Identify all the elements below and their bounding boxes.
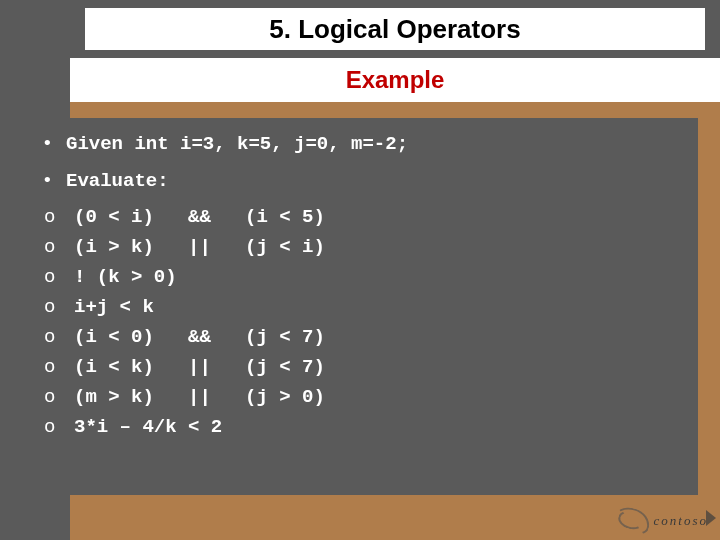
list-item: o (m > k) || (j > 0) (44, 386, 676, 408)
list-item: o (i < 0) && (j < 7) (44, 326, 676, 348)
title-inner: 5. Logical Operators (85, 8, 705, 50)
title-bar: 5. Logical Operators (0, 0, 720, 58)
list-item: o (0 < i) && (i < 5) (44, 206, 676, 228)
bullet-circle-icon: o (44, 206, 74, 228)
slide-subtitle: Example (346, 66, 445, 94)
bullet-circle-icon: o (44, 386, 74, 408)
brand-logo: contoso (612, 508, 708, 534)
list-item: o 3*i – 4/k < 2 (44, 416, 676, 438)
bullet-circle-icon: o (44, 236, 74, 258)
list-item: o (i > k) || (j < i) (44, 236, 676, 258)
expr-4: (i < 0) && (j < 7) (74, 326, 325, 348)
list-item: o (i < k) || (j < 7) (44, 356, 676, 378)
slide-title: 5. Logical Operators (269, 14, 520, 45)
expr-3: i+j < k (74, 296, 154, 318)
chevron-right-icon (706, 510, 716, 526)
expr-7: 3*i – 4/k < 2 (74, 416, 222, 438)
subtitle-bar: Example (70, 58, 720, 102)
given-text: Given int i=3, k=5, j=0, m=-2; (66, 133, 408, 155)
expr-2: ! (k > 0) (74, 266, 177, 288)
bullet-given: • Given int i=3, k=5, j=0, m=-2; (44, 132, 676, 155)
expr-1: (i > k) || (j < i) (74, 236, 325, 258)
list-item: o i+j < k (44, 296, 676, 318)
bullet-circle-icon: o (44, 266, 74, 288)
bullet-dot-icon: • (44, 169, 66, 191)
expr-5: (i < k) || (j < 7) (74, 356, 325, 378)
expr-6: (m > k) || (j > 0) (74, 386, 325, 408)
bullet-dot-icon: • (44, 132, 66, 154)
swirl-icon (612, 508, 650, 534)
content-block: • Given int i=3, k=5, j=0, m=-2; • Evalu… (22, 118, 698, 495)
expr-0: (0 < i) && (i < 5) (74, 206, 325, 228)
bullet-evaluate: • Evaluate: (44, 169, 676, 192)
brand-name: contoso (654, 513, 708, 529)
bullet-circle-icon: o (44, 416, 74, 438)
bullet-circle-icon: o (44, 326, 74, 348)
evaluate-text: Evaluate: (66, 170, 169, 192)
list-item: o ! (k > 0) (44, 266, 676, 288)
bullet-circle-icon: o (44, 296, 74, 318)
bullet-circle-icon: o (44, 356, 74, 378)
